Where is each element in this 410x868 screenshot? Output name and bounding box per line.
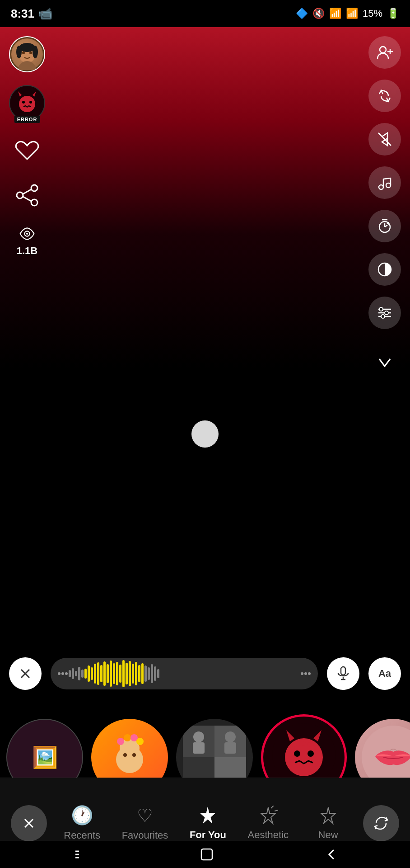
wbar [107,664,109,683]
svg-point-22 [26,233,28,235]
svg-point-70 [290,745,295,750]
music-button[interactable] [368,166,401,199]
svg-point-6 [33,46,38,58]
error-avatar-container[interactable]: ERROR [9,85,45,121]
svg-point-2 [22,52,25,54]
nav-home-button[interactable] [200,847,214,862]
waveform-dot [304,672,307,675]
wbar [119,665,121,683]
play-timer-button[interactable] [368,210,401,242]
wbar [126,663,128,684]
svg-point-74 [313,745,317,750]
wbar [97,662,99,685]
svg-point-17 [17,192,23,198]
wbar [141,663,144,684]
add-friend-button[interactable] [368,36,401,69]
recents-label: Recents [64,830,100,841]
for-you-icon [198,806,218,826]
wbar [91,667,93,680]
wbar [148,667,150,680]
wbar [110,660,112,687]
svg-rect-105 [201,849,212,860]
svg-point-73 [308,742,312,747]
wbar [69,670,71,677]
svg-point-68 [294,750,300,757]
camera-status-icon: 📹 [38,7,52,21]
svg-point-5 [16,46,22,58]
close-filter-button[interactable] [11,805,47,841]
favourites-icon: ♡ [137,805,153,826]
wbar [75,671,77,676]
svg-point-42 [385,311,388,315]
aesthetic-label: Aesthetic [248,829,289,841]
nav-for-you[interactable]: For You [185,798,231,848]
svg-point-15 [32,99,34,101]
svg-rect-63 [193,742,205,754]
svg-point-16 [31,185,37,191]
svg-point-69 [308,750,314,757]
wbar [122,660,125,687]
waveform-dot [65,672,68,675]
refresh-button[interactable] [363,805,399,841]
nav-back-button[interactable] [326,847,336,862]
svg-point-23 [380,47,386,53]
svg-line-31 [383,178,391,179]
svg-point-53 [124,734,131,741]
wbar [154,666,156,681]
svg-point-28 [386,183,391,188]
svg-point-14 [29,98,31,100]
svg-point-18 [31,199,37,206]
svg-point-71 [296,742,300,747]
signal-icon: 📶 [346,8,358,19]
share-button[interactable] [11,179,43,212]
clock: 8:31 [11,7,34,21]
wbar [78,667,80,680]
svg-point-43 [381,315,385,318]
wbar [138,665,140,682]
wbar [84,669,87,679]
text-overlay-button[interactable]: Aa [368,657,401,690]
error-badge: ERROR [14,116,40,123]
waveform-dot [58,672,61,675]
status-right: 🔷 🔇 📶 📶 15% 🔋 [296,8,399,19]
svg-marker-101 [321,807,335,823]
svg-rect-46 [341,667,345,675]
wbar [135,662,137,685]
nav-menu-button[interactable] [74,848,88,861]
user-avatar [9,36,45,72]
bluetooth-off-button[interactable] [368,123,401,156]
like-button[interactable] [11,134,43,166]
chevron-down-button[interactable] [371,349,398,376]
mute-icon: 🔇 [312,8,325,19]
wbar [72,668,74,679]
svg-point-55 [136,738,144,745]
status-time: 8:31 📹 [11,7,52,21]
svg-point-9 [22,101,25,104]
play-pause-indicator[interactable] [191,420,219,448]
wbar [129,661,131,686]
repost-button[interactable] [368,80,401,112]
contrast-button[interactable] [368,253,401,286]
svg-line-19 [23,189,31,194]
svg-marker-98 [261,807,275,823]
mic-button[interactable] [327,657,359,690]
settings-button[interactable] [368,297,401,329]
svg-point-41 [379,307,383,311]
waveform-close-button[interactable] [9,657,42,690]
recents-icon: 🕐 [71,805,93,826]
new-label: New [318,829,338,841]
views-button[interactable]: 1.1B [11,224,43,257]
wbar [144,665,147,682]
user-avatar-container[interactable] [9,36,45,72]
wbar [116,662,118,685]
svg-point-27 [379,185,383,189]
waveform-dot [308,672,311,675]
nav-new[interactable]: New [306,798,351,848]
wbar [113,663,115,684]
svg-point-10 [29,101,32,104]
waveform-track[interactable] [51,658,318,689]
svg-point-3 [29,52,32,54]
left-sidebar: ERROR 1.1B [9,36,45,257]
nav-aesthetic[interactable]: Aesthetic [243,798,294,848]
avatar-face [11,38,43,70]
